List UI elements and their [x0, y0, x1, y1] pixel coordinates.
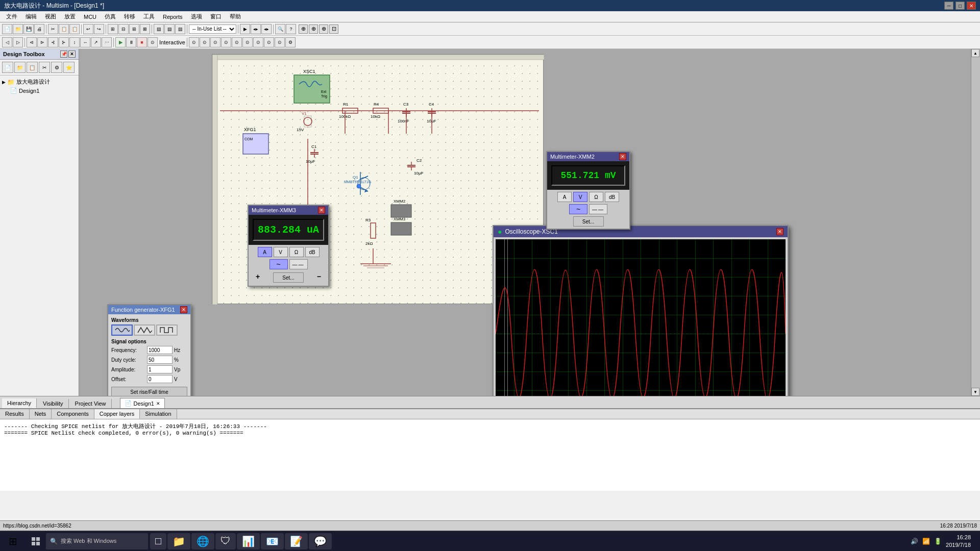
- func-gen-title-bar[interactable]: Function generator-XFG1 ✕: [108, 305, 190, 314]
- mm2-btn-ohm[interactable]: Ω: [589, 192, 603, 202]
- toolbox-lock-btn[interactable]: 📌: [60, 51, 67, 58]
- mm3-wave-ac[interactable]: ~: [270, 259, 288, 269]
- run-btn[interactable]: ▶: [115, 37, 126, 47]
- status-tab-components[interactable]: Components: [52, 409, 94, 419]
- mm2-btn-db[interactable]: dB: [605, 192, 619, 202]
- taskbar-app-7[interactable]: 📝: [285, 533, 308, 549]
- tb2-b11[interactable]: ⊙: [189, 37, 199, 47]
- mm2-wave-ac[interactable]: ~: [569, 204, 587, 214]
- tb2-b8[interactable]: ↔: [80, 37, 90, 47]
- zoom-sel-btn[interactable]: ⊕: [319, 24, 328, 34]
- paste-btn[interactable]: 📋: [69, 24, 80, 34]
- cut-btn[interactable]: ✂: [48, 24, 58, 34]
- status-tab-copper-layers[interactable]: Copper layers: [94, 409, 140, 419]
- new-btn[interactable]: 📄: [2, 24, 12, 34]
- start-button[interactable]: ⊞: [0, 531, 26, 552]
- menu-reports[interactable]: Reports: [159, 13, 187, 21]
- tb2-b6[interactable]: ⊱: [59, 37, 69, 47]
- toolbox-icon-open[interactable]: 📁: [14, 62, 26, 73]
- taskbar-sys-1[interactable]: 🔊: [911, 538, 918, 545]
- stop-btn[interactable]: ■: [137, 37, 147, 47]
- save-btn[interactable]: 💾: [23, 24, 34, 34]
- offset-input[interactable]: [147, 375, 173, 383]
- tb2-b20[interactable]: ⚙: [285, 37, 296, 47]
- tree-item-project[interactable]: ▶ 📁 放大电路设计: [2, 78, 77, 86]
- mm3-wave-dc[interactable]: ——: [289, 259, 308, 269]
- tb-b4[interactable]: ⊠: [140, 24, 150, 34]
- tb-b3[interactable]: ⊞: [129, 24, 139, 34]
- tab-hierarchy[interactable]: Hierarchy: [2, 398, 37, 408]
- zoom-out-btn[interactable]: ?: [286, 24, 296, 34]
- duty-input[interactable]: [147, 356, 173, 364]
- menu-mcu[interactable]: MCU: [80, 13, 101, 21]
- wave-sine-btn[interactable]: [111, 324, 133, 336]
- mm3-close-btn[interactable]: ✕: [318, 207, 325, 214]
- toolbox-close-btn[interactable]: ✕: [68, 51, 76, 58]
- zoom-fit-btn[interactable]: ⊕: [309, 24, 318, 34]
- search-bar[interactable]: 🔍 搜索 Web 和 Windows: [46, 533, 148, 549]
- mm2-set-btn[interactable]: Set...: [573, 216, 604, 227]
- tb2-b15[interactable]: ⊙: [232, 37, 242, 47]
- tb2-b7[interactable]: ↕: [69, 37, 80, 47]
- tb-b2[interactable]: ⊟: [118, 24, 129, 34]
- scroll-up-btn[interactable]: ▲: [971, 49, 979, 57]
- design1-tab[interactable]: 📄 Design1 ✕: [120, 398, 165, 408]
- set-rise-fall-btn[interactable]: Set rise/Fall time: [111, 387, 187, 396]
- osc-close-btn[interactable]: ✕: [776, 228, 783, 235]
- close-btn[interactable]: ✕: [967, 2, 976, 10]
- mm2-title-bar[interactable]: Multimeter-XMM2 ✕: [547, 152, 629, 161]
- status-tab-results[interactable]: Results: [0, 409, 30, 419]
- tb2-b16[interactable]: ⊙: [242, 37, 253, 47]
- mm3-btn-a[interactable]: A: [258, 247, 272, 257]
- menu-transfer[interactable]: 转移: [120, 12, 139, 21]
- print-btn[interactable]: 🖨: [34, 24, 44, 34]
- tb2-b2[interactable]: ▷: [13, 37, 23, 47]
- toolbox-icon-copy[interactable]: 📋: [27, 62, 38, 73]
- tb-b7[interactable]: ▤: [175, 24, 185, 34]
- taskbar-app-1[interactable]: □: [150, 533, 166, 549]
- tb2-b10[interactable]: ⋯: [102, 37, 112, 47]
- mm2-wave-dc[interactable]: ——: [589, 204, 607, 214]
- minimize-btn[interactable]: ─: [944, 2, 953, 10]
- right-scrollbar[interactable]: ▲ ▼: [971, 49, 980, 396]
- func-gen-close-btn[interactable]: ✕: [180, 306, 187, 313]
- taskbar-clock[interactable]: 16:28 2019/7/18: [946, 534, 976, 548]
- mm3-set-btn[interactable]: Set...: [273, 272, 304, 283]
- zoom-ext-btn[interactable]: ⊡: [329, 24, 338, 34]
- scroll-down-btn[interactable]: ▼: [971, 388, 979, 396]
- tb-b1[interactable]: ⊞: [108, 24, 118, 34]
- osc-title-bar[interactable]: ● Oscilloscope-XSC1 ✕: [494, 226, 788, 237]
- tb2-b19[interactable]: ⊙: [275, 37, 285, 47]
- menu-file[interactable]: 文件: [2, 12, 21, 21]
- amp-input[interactable]: [147, 365, 173, 373]
- menu-edit[interactable]: 编辑: [21, 12, 41, 21]
- tree-subitem-design1[interactable]: 📄 Design1: [2, 86, 77, 94]
- menu-window[interactable]: 窗口: [206, 12, 226, 21]
- tb-b5[interactable]: ▤: [154, 24, 164, 34]
- menu-view[interactable]: 视图: [41, 12, 60, 21]
- taskbar-app-5[interactable]: 📊: [237, 533, 260, 549]
- wave-triangle-btn[interactable]: [134, 324, 155, 336]
- copy-btn[interactable]: 📋: [59, 24, 69, 34]
- mm2-btn-v[interactable]: V: [573, 192, 587, 202]
- tb-b6[interactable]: ▤: [164, 24, 175, 34]
- tab-visibility[interactable]: Visibility: [38, 399, 69, 408]
- status-tab-simulation[interactable]: Simulation: [140, 409, 177, 419]
- design1-tab-close[interactable]: ✕: [156, 401, 160, 406]
- task-view-btn[interactable]: [26, 531, 46, 552]
- tb2-b17[interactable]: ⊙: [253, 37, 263, 47]
- menu-options[interactable]: 选项: [187, 12, 206, 21]
- tb2-b18[interactable]: ⊙: [264, 37, 274, 47]
- tb2-b5[interactable]: ⊰: [48, 37, 58, 47]
- status-tab-nets[interactable]: Nets: [30, 409, 52, 419]
- mm2-btn-a[interactable]: A: [557, 192, 572, 202]
- open-btn[interactable]: 📁: [13, 24, 23, 34]
- taskbar-app-6[interactable]: 📧: [261, 533, 284, 549]
- tb2-b14[interactable]: ⊙: [221, 37, 231, 47]
- wave-square-btn[interactable]: [156, 324, 178, 336]
- restore-btn[interactable]: □: [955, 2, 965, 10]
- taskbar-app-2[interactable]: 📁: [167, 533, 190, 549]
- tb2-b3[interactable]: ⊲: [27, 37, 37, 47]
- mm3-btn-db[interactable]: dB: [305, 247, 320, 257]
- zoom-in-btn[interactable]: 🔍: [275, 24, 285, 34]
